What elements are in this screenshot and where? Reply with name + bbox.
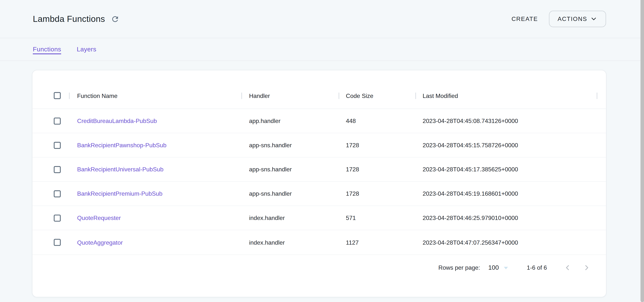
column-header-handler[interactable]: Handler	[241, 83, 338, 109]
tab-layers[interactable]: Layers	[77, 46, 96, 53]
table-row: BankRecipientUniversal-PubSub app-sns.ha…	[32, 158, 606, 182]
tab-bar: Functions Layers	[0, 38, 644, 61]
header-checkbox-cell	[32, 83, 69, 109]
header-actions: CREATE ACTIONS	[506, 11, 606, 27]
handler-cell: index.handler	[241, 239, 338, 246]
row-checkbox[interactable]	[54, 190, 60, 197]
refresh-button[interactable]	[111, 15, 119, 23]
tab-functions[interactable]: Functions	[33, 46, 61, 53]
code-size-cell: 571	[338, 215, 415, 221]
actions-button[interactable]: ACTIONS	[549, 11, 606, 27]
rows-per-page-select[interactable]: 100	[488, 264, 527, 271]
next-page-button[interactable]	[582, 263, 592, 272]
handler-cell: app-sns.handler	[241, 190, 338, 197]
chevron-down-icon	[590, 15, 598, 23]
handler-cell: app-sns.handler	[241, 142, 338, 148]
handler-cell: app.handler	[241, 117, 338, 124]
column-header-function-name[interactable]: Function Name	[69, 83, 241, 109]
rows-per-page-label: Rows per page:	[438, 264, 480, 271]
last-modified-cell: 2023-04-28T04:45:15.758726+0000	[415, 142, 597, 148]
dropdown-arrow-icon	[504, 267, 508, 269]
chevron-right-icon	[582, 263, 592, 272]
table-row: BankRecipientPremium-PubSub app-sns.hand…	[32, 182, 606, 206]
chevron-left-icon	[562, 263, 572, 272]
last-modified-cell: 2023-04-28T04:45:19.168601+0000	[415, 190, 597, 197]
function-name-link[interactable]: QuoteRequester	[77, 215, 121, 221]
page-title: Lambda Functions	[33, 14, 105, 24]
previous-page-button[interactable]	[562, 263, 572, 272]
last-modified-cell: 2023-04-28T04:47:07.256347+0000	[415, 239, 597, 246]
table-row: CreditBureauLambda-PubSub app.handler 44…	[32, 109, 606, 133]
functions-table-card: Function Name Handler Code Size Last Mod…	[32, 70, 606, 297]
function-name-link[interactable]: BankRecipientUniversal-PubSub	[77, 166, 164, 173]
create-button[interactable]: CREATE	[506, 12, 543, 26]
column-header-last-modified[interactable]: Last Modified	[415, 83, 597, 109]
handler-cell: app-sns.handler	[241, 166, 338, 173]
actions-button-label: ACTIONS	[558, 16, 587, 22]
row-checkbox[interactable]	[54, 239, 60, 246]
function-name-link[interactable]: CreditBureauLambda-PubSub	[77, 117, 157, 124]
pagination: Rows per page: 100 1-6 of 6	[32, 255, 606, 280]
code-size-cell: 1728	[338, 190, 415, 197]
table-row: QuoteAggregator index.handler 1127 2023-…	[32, 230, 606, 255]
pagination-range: 1-6 of 6	[527, 264, 547, 271]
refresh-icon	[111, 15, 119, 23]
column-header-code-size[interactable]: Code Size	[338, 83, 415, 109]
function-name-link[interactable]: BankRecipientPremium-PubSub	[77, 190, 162, 197]
code-size-cell: 1728	[338, 142, 415, 148]
rows-per-page-value: 100	[488, 264, 499, 271]
row-checkbox[interactable]	[54, 142, 60, 148]
last-modified-cell: 2023-04-28T04:45:17.385625+0000	[415, 166, 597, 173]
row-checkbox[interactable]	[54, 166, 60, 173]
row-checkbox[interactable]	[54, 215, 60, 221]
table-row: BankRecipientPawnshop-PubSub app-sns.han…	[32, 133, 606, 158]
last-modified-cell: 2023-04-28T04:45:08.743126+0000	[415, 117, 597, 124]
function-name-link[interactable]: BankRecipientPawnshop-PubSub	[77, 142, 166, 148]
vertical-scrollbar[interactable]	[640, 0, 644, 302]
handler-cell: index.handler	[241, 215, 338, 221]
row-checkbox[interactable]	[54, 117, 60, 124]
lambda-functions-page: Lambda Functions CREATE ACTIONS	[0, 0, 644, 302]
table-header-row: Function Name Handler Code Size Last Mod…	[32, 83, 606, 109]
code-size-cell: 1127	[338, 239, 415, 246]
page-header: Lambda Functions CREATE ACTIONS	[0, 0, 644, 38]
code-size-cell: 1728	[338, 166, 415, 173]
last-modified-cell: 2023-04-28T04:46:25.979010+0000	[415, 215, 597, 221]
table-row: QuoteRequester index.handler 571 2023-04…	[32, 206, 606, 230]
function-name-link[interactable]: QuoteAggregator	[77, 239, 123, 246]
code-size-cell: 448	[338, 117, 415, 124]
title-wrap: Lambda Functions	[33, 14, 119, 24]
select-all-checkbox[interactable]	[54, 92, 60, 99]
